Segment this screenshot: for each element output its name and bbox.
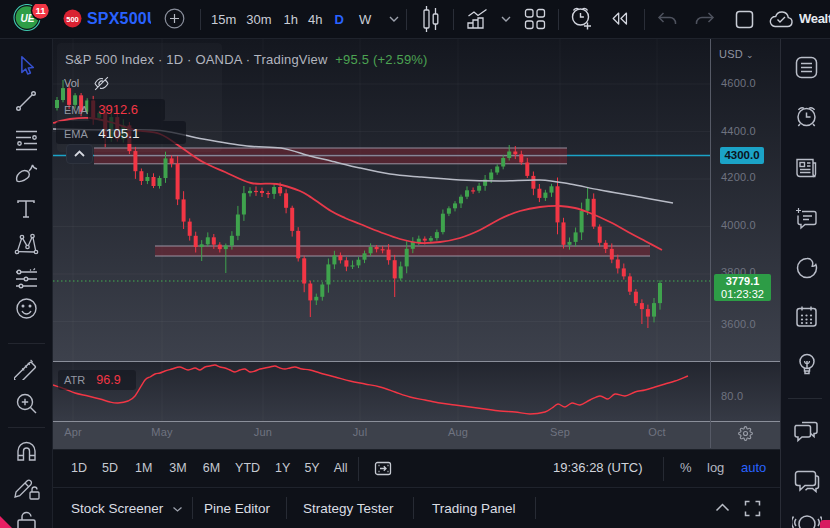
svg-text:11: 11 <box>35 5 46 16</box>
svg-text:500: 500 <box>66 15 79 24</box>
